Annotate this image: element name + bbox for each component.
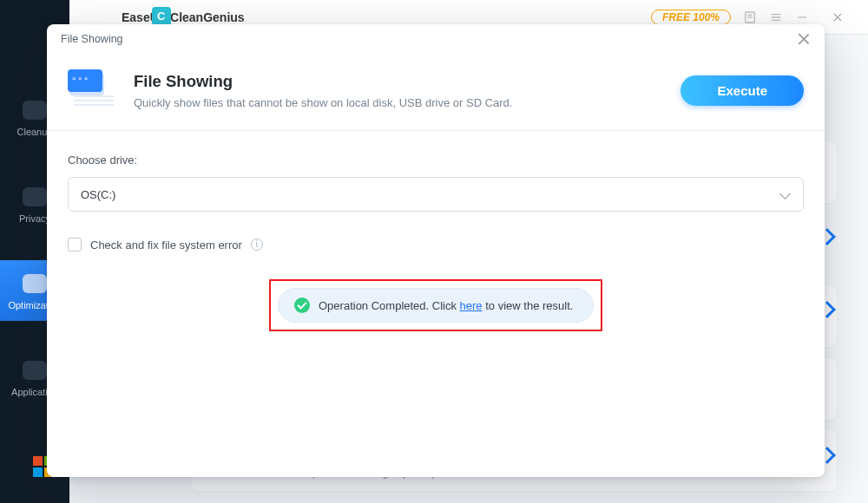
check-fix-label: Check and fix file system error <box>90 238 242 252</box>
choose-drive-label: Choose drive: <box>68 154 804 167</box>
file-showing-dialog: File Showing File Showing Quickly show f… <box>47 24 825 477</box>
dialog-titlebar: File Showing <box>47 24 825 54</box>
application-icon <box>23 361 47 380</box>
status-highlight: Operation Completed. Click here to view … <box>269 279 602 331</box>
execute-button[interactable]: Execute <box>681 75 804 106</box>
file-showing-icon <box>68 69 116 111</box>
status-text-prefix: Operation Completed. Click <box>319 299 460 312</box>
dialog-title: File Showing <box>61 33 123 45</box>
app-logo-icon <box>152 7 171 26</box>
close-window-icon[interactable] <box>821 0 854 35</box>
success-check-icon <box>294 297 310 313</box>
cleanup-icon <box>23 101 47 120</box>
privacy-icon <box>23 187 47 206</box>
check-fix-row: Check and fix file system error i <box>68 238 804 252</box>
check-fix-checkbox[interactable] <box>68 238 82 252</box>
free-badge[interactable]: FREE 100% <box>651 10 731 25</box>
sidebar-item-label: Privacy <box>19 213 50 224</box>
app-name: EaseUS CleanGenius <box>122 10 245 24</box>
feedback-icon[interactable] <box>743 10 757 24</box>
dialog-header: File Showing Quickly show files that can… <box>47 54 825 130</box>
chevron-down-icon <box>779 188 791 199</box>
optimization-icon <box>23 274 47 293</box>
menu-icon[interactable] <box>769 10 783 24</box>
dialog-subheading: Quickly show files that cannot be show o… <box>134 96 512 109</box>
view-result-link[interactable]: here <box>460 299 483 312</box>
close-icon[interactable] <box>797 32 811 46</box>
info-icon[interactable]: i <box>251 238 263 251</box>
dialog-body: Choose drive: OS(C:) Check and fix file … <box>47 131 825 354</box>
minimize-icon[interactable] <box>795 10 809 24</box>
status-red-outline: Operation Completed. Click here to view … <box>269 279 602 331</box>
drive-select[interactable]: OS(C:) <box>68 177 804 212</box>
status-message: Operation Completed. Click here to view … <box>278 288 594 323</box>
drive-select-value: OS(C:) <box>81 188 115 201</box>
status-text-suffix: to view the result. <box>483 299 574 312</box>
dialog-heading: File Showing <box>134 72 512 91</box>
